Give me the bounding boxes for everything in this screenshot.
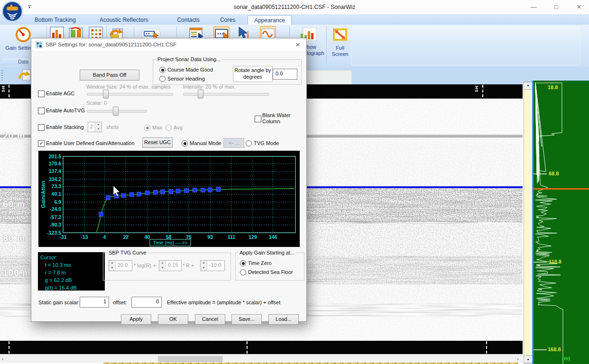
checkbox-enable-autotvg[interactable] [38,108,45,114]
apply-arrow-button[interactable]: <- ... [223,138,244,148]
window-size-slider[interactable] [87,93,173,96]
ugc-control-point[interactable] [121,193,126,198]
scroll-left-icon[interactable]: ‹ [2,355,4,363]
event-mark [9,341,9,354]
svg-text:146: 146 [269,234,277,240]
ugc-control-point[interactable] [176,189,180,193]
ribbon-tab-bottom-tracking[interactable]: Bottom Tracking [28,15,82,25]
shots-stepper[interactable]: 2 ▲▼ [88,122,102,132]
static-gain-label: Static gain scalar: [38,300,80,305]
tvg-coef1-stepper[interactable]: ▲▼20.0 [109,260,132,271]
horizontal-scrollbar[interactable]: ‹ › [0,355,523,363]
tvg-coef2-stepper[interactable]: ▲▼0.15 [159,260,182,271]
svg-text:111: 111 [228,234,236,240]
radio-sensor-heading[interactable] [159,76,166,82]
static-gain-input[interactable]: 1 [80,297,109,308]
ugc-control-point[interactable] [154,190,158,194]
load-button[interactable]: Load... [268,314,299,325]
scroll-right-icon[interactable]: › [517,355,519,363]
tvg-mode-label: TVG Mode [254,140,279,146]
ugc-control-point[interactable] [184,189,189,193]
radio-stack-avg[interactable] [166,125,172,131]
gain-curve-chart[interactable]: -31-1342240587593111129146201.5170.6137.… [38,151,300,247]
svg-text:58: 58 [166,234,172,240]
toolbar-grip[interactable] [1,70,3,82]
ribbon-tab-appearance[interactable]: Appearance [248,15,292,25]
scroll-up-icon[interactable]: ▼ [524,82,533,90]
radio-tvg-mode[interactable] [246,140,252,146]
dialog-icon [36,41,43,48]
band-pass-button[interactable]: Band Pass Off [80,70,139,81]
course-made-good-label: Course Made Good [167,67,213,73]
rotate-angle-label: Rotate angle by degrees [233,66,273,82]
dialog-title-bar[interactable]: SBP Settings for: sonar_data090512111200… [31,38,306,52]
ugc-control-point[interactable] [193,188,197,192]
event-mark [482,85,483,97]
full-screen-button[interactable]: Full Screen [328,26,352,57]
shots-stepper-arrows[interactable]: ▲▼ [95,122,101,132]
ribbon-empty-panel [351,26,580,65]
app-logo-icon[interactable] [2,1,23,22]
checkbox-blank-water-column[interactable] [255,116,261,122]
scalar-slider-thumb[interactable] [113,107,119,116]
apply-gain-group [235,253,304,281]
window-size-label: Window Size: 24 % of max. samples [86,84,171,90]
depth-scroll-strip[interactable] [524,82,533,364]
reset-ugc-button[interactable]: Reset UGC [142,137,173,148]
quick-access-menu-icon[interactable]: ▾ [27,4,32,10]
ugc-control-point[interactable] [208,188,212,192]
oscillograph-panel[interactable]: 18.868.8118.8168.8(m) [532,81,589,364]
svg-text:93: 93 [207,234,213,240]
scrollbar-thumb[interactable] [158,356,223,362]
ugc-control-point[interactable] [137,192,141,196]
radio-manual-mode[interactable] [182,140,188,146]
svg-text:170.6: 170.6 [49,161,61,166]
ugc-control-point[interactable] [169,190,173,194]
cancel-button[interactable]: Cancel [195,314,225,325]
ribbon-tab-cores[interactable]: Cores [214,15,241,25]
ugc-control-point[interactable] [201,188,205,192]
effective-amplitude-formula: Effective amplitude = (amplitude * scala… [167,300,280,305]
ribbon-tab-contacts[interactable]: Contacts [171,15,205,25]
depth-label: 60 m [3,199,25,209]
maximize-button[interactable]: ☐ [548,2,564,12]
tvg-coef3-stepper[interactable]: ▲▼-10.0 [200,260,225,271]
ugc-control-point[interactable] [106,195,110,200]
checkbox-enable-agc[interactable] [38,91,45,97]
tvg-term2-label: * R + [183,263,194,268]
radio-time-zero[interactable] [240,260,246,266]
close-button[interactable]: ✕ [571,2,587,12]
radio-detected-sea-floor[interactable] [240,269,246,275]
ribbon-tab-acoustic-reflectors[interactable]: Acoustic Reflectors [93,15,155,25]
svg-text:129: 129 [248,234,257,240]
scroll-down-icon[interactable]: ▲ [524,355,533,363]
event-mark [247,341,248,354]
intensity-slider[interactable] [183,93,269,96]
ok-button[interactable]: OK [158,314,188,325]
dialog-close-icon[interactable]: ✕ [291,40,304,50]
checkbox-enable-ugc[interactable]: ✓ [38,140,45,147]
svg-text:-13: -13 [81,234,88,240]
oscillograph-depth-label: 168.8 [548,346,561,352]
ugc-control-point[interactable] [130,192,134,197]
oscillograph-trace: 18.868.8118.8168.8(m) [534,81,589,364]
rotate-angle-input[interactable]: 0.0 [273,69,297,80]
radio-stack-max[interactable] [144,125,150,131]
ugc-control-point[interactable] [161,190,165,194]
cursor-readout-title: Cursor: [40,254,105,261]
save-button[interactable]: Save... [231,314,262,325]
svg-text:40.1: 40.1 [52,191,62,197]
svg-text:40: 40 [145,234,150,240]
ugc-control-point[interactable] [216,187,221,191]
ugc-control-point[interactable] [145,191,149,195]
offset-input[interactable]: 0 [131,297,162,308]
radio-course-made-good[interactable] [159,67,166,73]
checkbox-enable-stacking[interactable] [38,124,45,131]
intensity-slider-thumb[interactable] [198,90,203,99]
undo-icon[interactable] [17,68,32,83]
window-size-slider-thumb[interactable] [103,90,109,99]
depth-label: 80 m [3,233,25,244]
apply-button[interactable]: Apply [121,314,151,325]
ugc-control-point[interactable] [99,212,103,217]
minimize-button[interactable]: — [525,2,542,12]
